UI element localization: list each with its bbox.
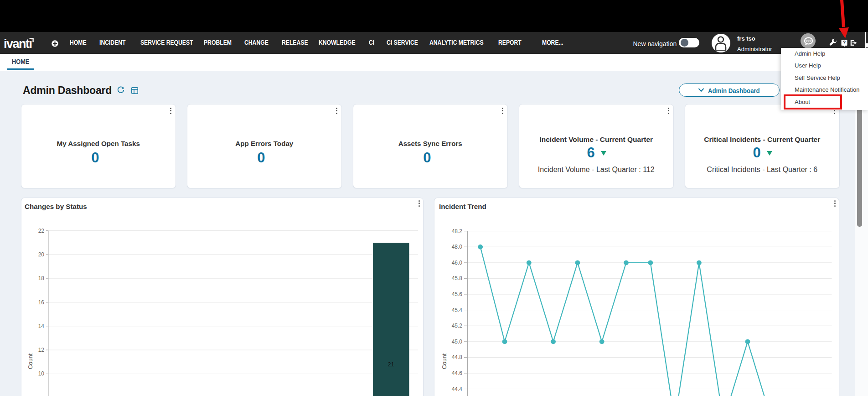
- svg-text:21: 21: [388, 361, 394, 368]
- svg-text:Count: Count: [441, 353, 448, 369]
- svg-text:18: 18: [38, 275, 45, 281]
- svg-text:48.0: 48.0: [452, 244, 463, 250]
- svg-text:44.4: 44.4: [452, 386, 463, 392]
- svg-text:45.4: 45.4: [452, 307, 463, 313]
- svg-text:10: 10: [38, 370, 45, 377]
- svg-text:48.2: 48.2: [452, 228, 463, 234]
- svg-text:14: 14: [38, 323, 45, 329]
- svg-text:45.2: 45.2: [452, 323, 463, 329]
- svg-text:44.8: 44.8: [452, 354, 463, 360]
- svg-text:46.0: 46.0: [452, 260, 463, 266]
- svg-text:Count: Count: [27, 353, 34, 369]
- svg-text:16: 16: [38, 299, 45, 306]
- svg-text:45.6: 45.6: [452, 291, 463, 297]
- svg-text:44.6: 44.6: [452, 370, 463, 376]
- svg-text:45.0: 45.0: [452, 339, 463, 345]
- svg-text:20: 20: [38, 251, 45, 258]
- svg-text:22: 22: [38, 228, 45, 234]
- svg-text:45.8: 45.8: [452, 275, 463, 281]
- svg-text:12: 12: [38, 347, 45, 353]
